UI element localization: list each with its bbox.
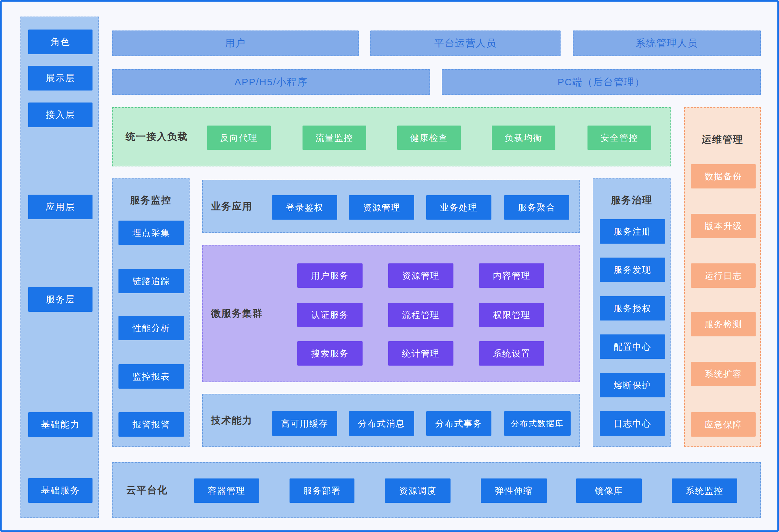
service-governance-title: 服务治理 <box>593 194 670 207</box>
node-link-trace: 链路追踪 <box>118 269 184 293</box>
node-distributed-message: 分布式消息 <box>349 411 414 436</box>
service-monitor-zone: 服务监控 埋点采集 链路追踪 性能分析 监控报表 报警报警 <box>112 179 190 447</box>
node-circuit-breaker: 熔断保护 <box>600 373 665 397</box>
node-login-auth: 登录鉴权 <box>272 195 337 220</box>
node-system-scaling: 系统扩容 <box>691 362 756 386</box>
node-traffic-monitor: 流量监控 <box>302 126 366 150</box>
ops-management-title: 运维管理 <box>685 133 760 146</box>
node-user: 用户 <box>112 30 359 56</box>
node-tracking-collection: 埋点采集 <box>118 220 184 245</box>
node-run-logs: 运行日志 <box>691 263 756 288</box>
tech-capability-title: 技术能力 <box>211 394 252 446</box>
service-governance-zone: 服务治理 服务注册 服务发现 服务授权 配置中心 熔断保护 日志中心 <box>593 179 671 447</box>
node-service-layer: 服务层 <box>28 287 93 312</box>
node-user-service: 用户服务 <box>297 263 363 288</box>
node-alarm: 报警报警 <box>118 412 184 437</box>
node-access-layer: 接入层 <box>28 103 93 127</box>
node-ha-cache: 高可用缓存 <box>272 411 337 436</box>
node-version-upgrade: 版本升级 <box>691 214 756 238</box>
node-system-monitor: 系统监控 <box>672 478 737 503</box>
unified-access-title: 统一接入负载 <box>126 108 188 166</box>
business-application-title: 业务应用 <box>211 180 252 232</box>
node-application-layer: 应用层 <box>28 195 93 219</box>
service-monitor-title: 服务监控 <box>113 194 189 207</box>
node-resource-mgmt-service: 资源管理 <box>388 263 454 288</box>
node-distributed-transaction: 分布式事务 <box>426 411 491 436</box>
node-base-capability: 基础能力 <box>28 412 93 437</box>
microservice-cluster-title: 微服务集群 <box>211 246 263 382</box>
node-container-mgmt: 容器管理 <box>194 478 259 503</box>
node-app-h5-miniprogram: APP/H5/小程序 <box>112 69 430 95</box>
node-elastic-scaling: 弹性伸缩 <box>481 478 547 503</box>
node-system-admin: 系统管理人员 <box>573 30 761 56</box>
architecture-diagram: 角色 展示层 接入层 应用层 服务层 基础能力 基础服务 用户 平台运营人员 系… <box>0 0 779 532</box>
node-business-process: 业务处理 <box>426 195 491 220</box>
node-performance-analysis: 性能分析 <box>118 316 184 340</box>
node-service-discovery: 服务发现 <box>600 258 665 282</box>
node-monitor-report: 监控报表 <box>118 364 184 389</box>
node-service-deploy: 服务部署 <box>290 478 354 503</box>
node-log-center: 日志中心 <box>600 411 665 436</box>
cloud-platform-title: 云平台化 <box>126 463 168 517</box>
business-application-zone: 业务应用 登录鉴权 资源管理 业务处理 服务聚合 <box>202 180 580 233</box>
unified-access-zone: 统一接入负载 反向代理 流量监控 健康检查 负载均衡 安全管控 <box>112 107 671 167</box>
node-process-mgmt-service: 流程管理 <box>388 303 454 327</box>
node-distributed-database: 分布式数据库 <box>504 411 571 436</box>
node-stats-mgmt-service: 统计管理 <box>388 341 454 365</box>
node-emergency-support: 应急保障 <box>691 412 756 437</box>
node-load-balancing: 负载均衡 <box>492 126 555 150</box>
node-service-aggregation: 服务聚合 <box>504 195 569 220</box>
node-data-backup: 数据备份 <box>691 164 756 189</box>
node-service-authorization: 服务授权 <box>600 296 665 321</box>
node-auth-service: 认证服务 <box>297 303 363 327</box>
node-permission-mgmt-service: 权限管理 <box>479 303 544 327</box>
node-reverse-proxy: 反向代理 <box>207 126 271 150</box>
node-config-center: 配置中心 <box>600 334 665 359</box>
tech-capability-zone: 技术能力 高可用缓存 分布式消息 分布式事务 分布式数据库 <box>202 394 580 447</box>
node-pc-backend: PC端（后台管理） <box>442 69 761 95</box>
node-service-register: 服务注册 <box>600 219 665 244</box>
node-platform-operator: 平台运营人员 <box>370 30 560 56</box>
cloud-platform-zone: 云平台化 容器管理 服务部署 资源调度 弹性伸缩 镜像库 系统监控 <box>112 462 761 518</box>
node-presentation-layer: 展示层 <box>28 66 93 90</box>
node-security-control: 安全管控 <box>588 126 651 150</box>
node-health-check: 健康检查 <box>397 126 461 150</box>
ops-management-zone: 运维管理 数据备份 版本升级 运行日志 服务检测 系统扩容 应急保障 <box>684 107 761 447</box>
node-system-settings-service: 系统设置 <box>479 341 544 365</box>
node-service-detection: 服务检测 <box>691 312 756 336</box>
microservice-cluster-zone: 微服务集群 用户服务 资源管理 内容管理 认证服务 流程管理 权限管理 搜索服务… <box>202 245 580 382</box>
node-role: 角色 <box>28 29 93 54</box>
node-image-repo: 镜像库 <box>576 478 642 503</box>
layer-legend-column: 角色 展示层 接入层 应用层 服务层 基础能力 基础服务 <box>20 16 99 518</box>
node-base-service: 基础服务 <box>28 478 93 503</box>
node-resource-scheduling: 资源调度 <box>385 478 451 503</box>
node-content-mgmt-service: 内容管理 <box>479 263 544 288</box>
node-resource-management: 资源管理 <box>349 195 414 220</box>
node-search-service: 搜索服务 <box>297 341 363 365</box>
